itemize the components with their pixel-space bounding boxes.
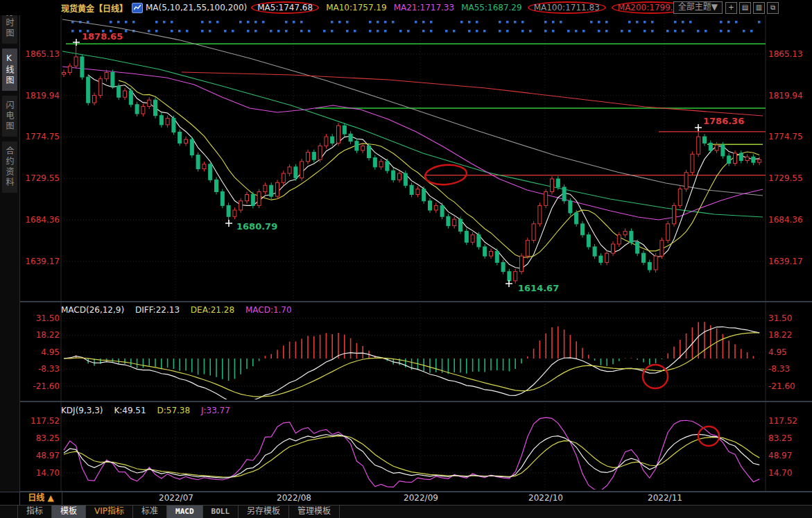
svg-text:-8.33: -8.33 bbox=[768, 364, 790, 374]
svg-text:1774.75: 1774.75 bbox=[768, 132, 803, 141]
svg-text:117.52: 117.52 bbox=[768, 416, 797, 426]
ma-value-label: MA5:1747.68 bbox=[251, 1, 319, 14]
kdj-params[interactable]: KDJ(9,3,3) bbox=[61, 406, 103, 415]
chart-canvas[interactable]: 1910.331910.331865.131865.131819.941819.… bbox=[0, 0, 812, 518]
ma-settings-label[interactable]: MA(5,10,21,55,100,200) bbox=[146, 3, 247, 12]
toolbar-tab-BOLL[interactable]: BOLL bbox=[203, 506, 239, 518]
svg-text:117.52: 117.52 bbox=[31, 416, 60, 426]
svg-text:1684.36: 1684.36 bbox=[25, 215, 60, 225]
date-label: 2022/11 bbox=[648, 492, 682, 504]
sidebar-item-合约资料[interactable]: 合约资料 bbox=[2, 141, 17, 193]
svg-text:1819.94: 1819.94 bbox=[768, 91, 803, 101]
macd-dea-value: DEA:21.28 bbox=[191, 305, 234, 315]
kdj-pane bbox=[64, 417, 759, 490]
indicator-icon[interactable] bbox=[132, 3, 143, 13]
svg-text:1878.65: 1878.65 bbox=[82, 31, 123, 42]
sidebar-item-闪电图[interactable]: 闪电图 bbox=[2, 96, 17, 137]
svg-text:4.95: 4.95 bbox=[768, 347, 787, 357]
svg-text:1865.13: 1865.13 bbox=[768, 49, 803, 59]
date-label: 2022/09 bbox=[404, 492, 438, 504]
kdj-k-value: K:49.51 bbox=[114, 406, 146, 415]
ma-value-label: MA100:1711.83 bbox=[528, 1, 606, 14]
svg-text:1614.67: 1614.67 bbox=[518, 283, 559, 293]
svg-text:-21.60: -21.60 bbox=[33, 381, 60, 391]
toolbar-tab-指标[interactable]: 指标 bbox=[18, 506, 52, 518]
kdj-d-value: D:57.38 bbox=[157, 406, 190, 415]
svg-text:48.97: 48.97 bbox=[768, 451, 792, 460]
svg-text:-8.33: -8.33 bbox=[38, 364, 60, 374]
period-selector[interactable]: 日线 ▲ bbox=[20, 492, 62, 505]
instrument-title: 现货黄金【日线】 bbox=[61, 2, 128, 14]
date-label: 2022/07 bbox=[159, 492, 193, 504]
toolbar-tab-管理模板[interactable]: 管理模板 bbox=[289, 506, 340, 518]
date-axis: 2022/072022/082022/092022/102022/11 bbox=[62, 492, 812, 505]
macd-params[interactable]: MACD(26,12,9) bbox=[61, 305, 124, 315]
header-icons: +▤▥⧉ bbox=[725, 2, 779, 14]
ma5-line bbox=[88, 75, 759, 268]
pane-separator[interactable] bbox=[19, 301, 812, 302]
date-label: 2022/10 bbox=[528, 492, 563, 504]
svg-text:18.22: 18.22 bbox=[36, 330, 60, 340]
ma-values: MA5:1747.68MA10:1757.19MA21:1717.33MA55:… bbox=[252, 3, 697, 12]
toolbar-tab-标准[interactable]: 标准 bbox=[133, 506, 167, 518]
macd-pane-header: MACD(26,12,9) DIFF:22.13 DEA:21.28 MACD:… bbox=[61, 305, 300, 315]
svg-text:1684.36: 1684.36 bbox=[768, 215, 803, 225]
svg-text:1729.55: 1729.55 bbox=[25, 173, 60, 183]
macd-macd-value: MACD:1.70 bbox=[245, 305, 292, 315]
toolbar-tab-MACD[interactable]: MACD bbox=[167, 506, 203, 518]
time-axis-row: 日线 ▲ 2022/072022/082022/092022/102022/11 bbox=[0, 492, 812, 506]
kdj-j-value: J:33.77 bbox=[201, 406, 230, 415]
svg-text:48.97: 48.97 bbox=[36, 451, 60, 460]
ma-value-label: MA21:1717.33 bbox=[394, 3, 455, 12]
chart-header: 现货黄金【日线】 MA(5,10,21,55,100,200) MA5:1747… bbox=[0, 0, 812, 15]
svg-text:83.25: 83.25 bbox=[36, 433, 60, 443]
sidebar-item-K线图[interactable]: K线图 bbox=[2, 49, 17, 91]
svg-text:18.22: 18.22 bbox=[768, 330, 792, 340]
toolbar-tab-模板[interactable]: 模板 bbox=[52, 506, 86, 518]
svg-text:14.70: 14.70 bbox=[768, 468, 792, 478]
toolbar-tab-VIP指标[interactable]: VIP指标 bbox=[86, 506, 133, 518]
kdj-pane-header: KDJ(9,3,3) K:49.51 D:57.38 J:33.77 bbox=[61, 406, 239, 415]
pane-separator[interactable] bbox=[19, 401, 812, 402]
ma-value-label: MA10:1757.19 bbox=[326, 3, 387, 12]
svg-text:1639.17: 1639.17 bbox=[768, 257, 803, 266]
svg-text:31.50: 31.50 bbox=[36, 313, 60, 323]
ma-value-label: MA55:1687.29 bbox=[461, 3, 522, 12]
date-label: 2022/08 bbox=[277, 492, 311, 504]
macd-pane bbox=[64, 322, 759, 402]
signal-dots bbox=[71, 21, 761, 33]
bottom-toolbar: 指标模板VIP指标标准MACDBOLL另存模板管理模板 bbox=[0, 505, 812, 518]
svg-text:31.50: 31.50 bbox=[768, 313, 792, 323]
svg-text:1786.36: 1786.36 bbox=[703, 116, 744, 126]
fit-vertical-icon[interactable]: ▤ bbox=[739, 2, 751, 14]
crosshair-icon[interactable]: + bbox=[725, 2, 737, 14]
chart-type-sidebar: 分时图K线图闪电图合约资料 bbox=[0, 0, 20, 492]
svg-text:1729.55: 1729.55 bbox=[768, 173, 803, 183]
svg-text:1680.79: 1680.79 bbox=[236, 221, 277, 232]
theme-dropdown-button[interactable]: 全部主题▼ bbox=[673, 1, 723, 14]
svg-text:1865.13: 1865.13 bbox=[25, 49, 60, 59]
svg-text:1639.17: 1639.17 bbox=[25, 257, 60, 266]
svg-text:1819.94: 1819.94 bbox=[25, 91, 60, 101]
fit-horizontal-icon[interactable]: ▥ bbox=[753, 2, 765, 14]
svg-text:1774.75: 1774.75 bbox=[25, 132, 60, 141]
ma-lines bbox=[62, 19, 763, 268]
new-window-icon[interactable]: ⧉ bbox=[767, 2, 779, 14]
toolbar-tab-另存模板[interactable]: 另存模板 bbox=[239, 506, 289, 518]
macd-diff-value: DIFF:22.13 bbox=[135, 305, 180, 315]
svg-text:4.95: 4.95 bbox=[41, 347, 60, 357]
svg-text:83.25: 83.25 bbox=[768, 433, 792, 443]
svg-text:-21.60: -21.60 bbox=[768, 381, 795, 391]
svg-text:14.70: 14.70 bbox=[36, 468, 60, 478]
